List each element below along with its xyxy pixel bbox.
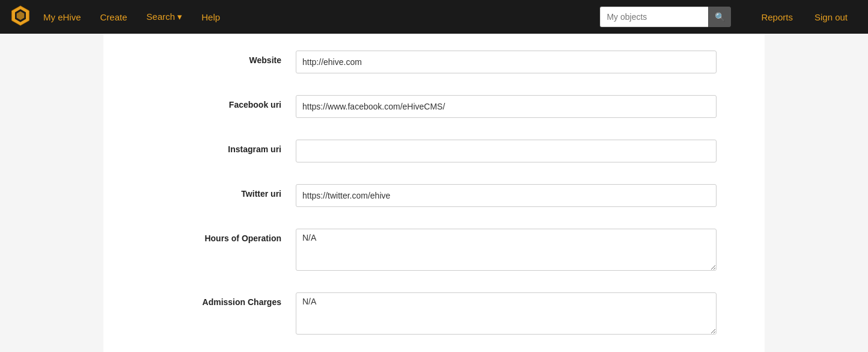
nav-my-ehive[interactable]: My eHive bbox=[36, 12, 88, 22]
facebook-uri-row: Facebook uri bbox=[127, 90, 741, 123]
search-input[interactable] bbox=[600, 7, 708, 27]
hours-of-operation-row: Hours of Operation N/A bbox=[127, 224, 741, 276]
hours-of-operation-textarea[interactable]: N/A bbox=[296, 229, 717, 271]
instagram-uri-row: Instagram uri bbox=[127, 135, 741, 167]
facebook-uri-input[interactable] bbox=[296, 95, 717, 118]
nav-help[interactable]: Help bbox=[194, 12, 227, 22]
navbar-right: Reports Sign out bbox=[750, 12, 858, 22]
twitter-uri-label: Twitter uri bbox=[127, 184, 296, 199]
instagram-uri-input[interactable] bbox=[296, 140, 717, 162]
website-input[interactable] bbox=[296, 51, 717, 73]
logo[interactable] bbox=[10, 5, 31, 29]
nav-reports[interactable]: Reports bbox=[750, 12, 804, 22]
twitter-uri-row: Twitter uri bbox=[127, 179, 741, 212]
website-row: Website bbox=[127, 46, 741, 78]
navbar: My eHive Create Search ▾ Help 🔍 Reports … bbox=[0, 0, 868, 34]
nav-create[interactable]: Create bbox=[93, 12, 135, 22]
facebook-uri-label: Facebook uri bbox=[127, 95, 296, 110]
search-icon: 🔍 bbox=[715, 12, 725, 22]
nav-sign-out[interactable]: Sign out bbox=[804, 12, 858, 22]
website-label: Website bbox=[127, 51, 296, 65]
search-button[interactable]: 🔍 bbox=[708, 7, 731, 27]
instagram-uri-label: Instagram uri bbox=[127, 140, 296, 154]
admission-charges-textarea[interactable]: N/A bbox=[296, 292, 717, 335]
twitter-uri-input[interactable] bbox=[296, 184, 717, 207]
admission-charges-label: Admission Charges bbox=[127, 292, 296, 307]
search-group: 🔍 bbox=[600, 7, 731, 27]
form-container: Website Facebook uri Instagram uri Twitt… bbox=[103, 34, 765, 352]
admission-charges-row: Admission Charges N/A bbox=[127, 288, 741, 339]
nav-search[interactable]: Search ▾ bbox=[139, 11, 190, 22]
hours-of-operation-label: Hours of Operation bbox=[127, 229, 296, 243]
